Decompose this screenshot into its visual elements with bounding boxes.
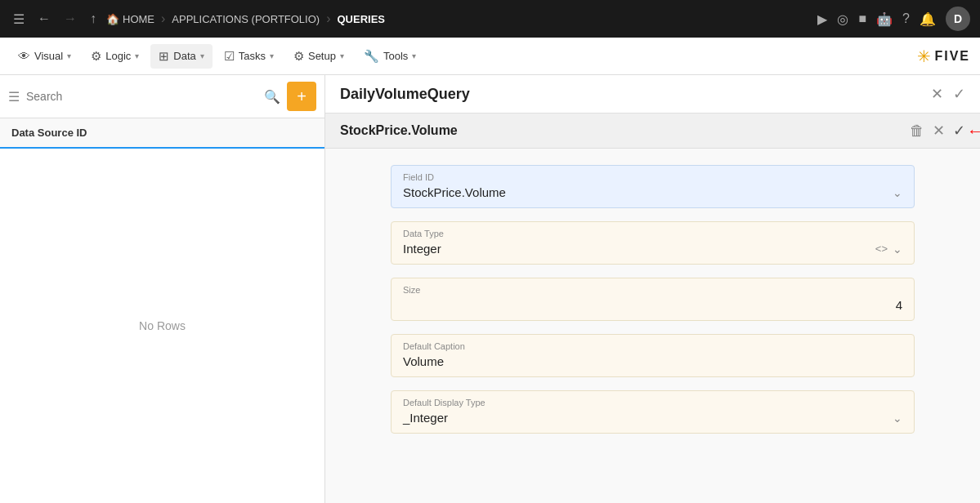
secondary-navigation: 👁 Visual ▾ ⚙ Logic ▾ ⊞ Data ▾ ☑ Tasks ▾ … xyxy=(0,38,980,75)
target-icon[interactable]: ◎ xyxy=(837,11,848,27)
field-title: StockPrice.Volume xyxy=(340,123,910,138)
default-caption-value: Volume xyxy=(403,354,902,368)
main-layout: ☰ 🔍 + Data Source ID No Rows DailyVolume… xyxy=(0,75,980,503)
query-header: DailyVolumeQuery ✕ ✓ xyxy=(325,75,980,114)
queries-label: QUERIES xyxy=(337,13,385,25)
data-type-label: Data Type xyxy=(403,229,902,238)
breadcrumb-sep-2: › xyxy=(326,11,330,26)
robot-icon[interactable]: 🤖 xyxy=(876,11,893,27)
default-caption-label: Default Caption xyxy=(403,341,902,351)
bell-icon[interactable]: 🔔 xyxy=(920,11,936,27)
nav-item-logic[interactable]: ⚙ Logic ▾ xyxy=(83,44,147,69)
tools-icon: 🔧 xyxy=(364,49,379,64)
default-display-type-label: Default Display Type xyxy=(403,398,902,407)
data-type-text: Integer xyxy=(403,242,441,256)
tasks-dropdown-icon: ▾ xyxy=(270,51,274,60)
default-display-type-value: _Integer ⌄ xyxy=(403,411,902,425)
logic-label: Logic xyxy=(105,50,131,62)
up-icon[interactable]: ↑ xyxy=(87,8,100,29)
top-nav-left: ☰ ← → ↑ 🏠 HOME › APPLICATIONS (PORTFOLIO… xyxy=(10,8,811,30)
code-icon[interactable]: <> xyxy=(875,243,888,255)
close-icon[interactable]: ✕ xyxy=(931,85,943,103)
home-icon: 🏠 xyxy=(106,13,119,25)
field-actions: 🗑 ✕ ✓ ← xyxy=(910,122,965,140)
nav-item-setup[interactable]: ⚙ Setup ▾ xyxy=(285,44,352,69)
field-id-text: StockPrice.Volume xyxy=(403,185,506,199)
no-rows-text: No Rows xyxy=(139,319,186,332)
size-container: Size 4 xyxy=(391,278,915,321)
five-logo-icon: ✳ xyxy=(917,47,931,66)
data-source-header: Data Source ID xyxy=(0,118,324,149)
user-avatar[interactable]: D xyxy=(946,7,970,31)
menu-icon[interactable]: ☰ xyxy=(10,8,28,30)
top-navigation: ☰ ← → ↑ 🏠 HOME › APPLICATIONS (PORTFOLIO… xyxy=(0,0,980,38)
tools-dropdown-icon: ▾ xyxy=(412,51,416,60)
nav-item-tools[interactable]: 🔧 Tools ▾ xyxy=(356,44,424,69)
field-id-container: Field ID StockPrice.Volume ⌄ xyxy=(391,165,915,208)
field-id-actions: ⌄ xyxy=(893,186,902,199)
field-id-dropdown-icon[interactable]: ⌄ xyxy=(893,186,902,199)
forward-icon[interactable]: → xyxy=(60,8,80,29)
setup-dropdown-icon: ▾ xyxy=(340,51,344,60)
default-display-type-actions: ⌄ xyxy=(893,412,902,425)
left-panel: ☰ 🔍 + Data Source ID No Rows xyxy=(0,75,325,503)
nav-item-visual[interactable]: 👁 Visual ▾ xyxy=(10,44,79,68)
default-caption-container: Default Caption Volume xyxy=(391,334,915,377)
size-text: 4 xyxy=(403,298,902,312)
add-button[interactable]: + xyxy=(287,82,316,111)
form-area: Field ID StockPrice.Volume ⌄ Data Type I… xyxy=(325,149,980,450)
tasks-label: Tasks xyxy=(239,50,266,62)
default-display-type-dropdown-icon[interactable]: ⌄ xyxy=(893,412,902,425)
logic-icon: ⚙ xyxy=(91,49,101,64)
default-display-type-text: _Integer xyxy=(403,411,448,425)
data-type-actions: <> ⌄ xyxy=(875,243,902,256)
play-icon[interactable]: ▶ xyxy=(817,11,827,27)
data-label: Data xyxy=(173,50,195,62)
header-actions: ✕ ✓ xyxy=(931,85,965,103)
no-rows-message: No Rows xyxy=(0,149,324,503)
nav-item-tasks[interactable]: ☑ Tasks ▾ xyxy=(216,44,282,69)
search-icon[interactable]: 🔍 xyxy=(264,89,280,105)
field-id-label: Field ID xyxy=(403,172,902,182)
right-panel: DailyVolumeQuery ✕ ✓ StockPrice.Volume 🗑… xyxy=(325,75,980,503)
field-confirm-icon[interactable]: ✓ xyxy=(953,122,965,139)
avatar-label: D xyxy=(954,12,962,25)
red-arrow-annotation: ← xyxy=(967,122,980,140)
filter-icon[interactable]: ☰ xyxy=(8,89,20,105)
search-bar: ☰ 🔍 + xyxy=(0,75,324,118)
applications-label: APPLICATIONS (PORTFOLIO) xyxy=(172,13,320,25)
size-value: 4 xyxy=(403,298,902,312)
field-close-icon[interactable]: ✕ xyxy=(933,122,945,140)
confirm-icon[interactable]: ✓ xyxy=(953,85,965,103)
tools-label: Tools xyxy=(383,50,408,62)
data-source-label: Data Source ID xyxy=(11,127,87,139)
search-input[interactable] xyxy=(26,90,257,103)
data-type-dropdown-icon[interactable]: ⌄ xyxy=(893,243,902,256)
data-icon: ⊞ xyxy=(159,49,169,64)
five-logo: ✳ FIVE xyxy=(917,47,970,66)
breadcrumb-sep-1: › xyxy=(161,11,165,26)
field-header: StockPrice.Volume 🗑 ✕ ✓ ← xyxy=(325,114,980,149)
top-nav-right: ▶ ◎ ■ 🤖 ? 🔔 D xyxy=(817,7,970,31)
default-caption-text: Volume xyxy=(403,354,444,368)
visual-dropdown-icon: ▾ xyxy=(67,51,71,60)
data-type-value: Integer <> ⌄ xyxy=(403,242,902,256)
field-id-value: StockPrice.Volume ⌄ xyxy=(403,185,902,199)
query-title: DailyVolumeQuery xyxy=(340,86,931,103)
nav-item-data[interactable]: ⊞ Data ▾ xyxy=(150,44,212,69)
home-label: HOME xyxy=(123,13,154,25)
eye-icon: 👁 xyxy=(18,49,30,63)
tasks-icon: ☑ xyxy=(224,49,235,64)
back-icon[interactable]: ← xyxy=(34,8,54,29)
applications-nav-item[interactable]: APPLICATIONS (PORTFOLIO) xyxy=(172,13,320,25)
default-display-type-container: Default Display Type _Integer ⌄ xyxy=(391,390,915,434)
home-nav-item[interactable]: 🏠 HOME xyxy=(106,13,154,25)
logic-dropdown-icon: ▾ xyxy=(135,51,139,60)
five-logo-text: FIVE xyxy=(934,49,970,64)
delete-icon[interactable]: 🗑 xyxy=(910,122,924,140)
stop-icon[interactable]: ■ xyxy=(858,11,866,26)
help-icon[interactable]: ? xyxy=(902,11,910,26)
data-type-container: Data Type Integer <> ⌄ xyxy=(391,221,915,265)
search-input-wrap xyxy=(26,90,257,103)
visual-label: Visual xyxy=(34,50,63,62)
